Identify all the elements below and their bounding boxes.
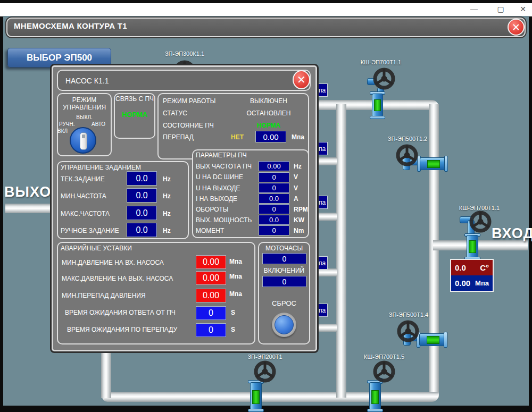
valve-ksh-ep700t11-inlet-handwheel-icon[interactable] (469, 210, 492, 236)
maximize-icon[interactable]: ▢ (495, 4, 506, 14)
inlet-pressure-value: 0.00 (455, 279, 470, 288)
valve-flange (444, 332, 447, 348)
setpoint-row-unit: Hz (163, 210, 171, 217)
vfd-row-unit: RPM (294, 206, 308, 213)
close-icon[interactable]: ✕ (517, 4, 529, 14)
setpoint-row-unit: Hz (163, 175, 171, 183)
vfd-row-unit: Nm (294, 227, 304, 234)
valve-open-indicator (427, 336, 439, 344)
setpoint-row-label: МАКС.ЧАСТОТА (61, 210, 110, 217)
valve-open-indicator (371, 390, 379, 404)
vfd-row-unit: A (294, 195, 298, 203)
alarm-row-value[interactable]: 0 (196, 323, 226, 337)
valve-ksh-ep700t15-label: КШ-ЭП700Т1.5 (356, 354, 412, 360)
setpoint-panel-title: УПРАВЛЕНИЕ ЗАДАНИЕМ (61, 164, 141, 171)
valve-zp-ep200t1-label: ЗП-ЭП200Т1 (237, 354, 293, 360)
starts-value: 0 (262, 276, 306, 287)
setpoint-row-unit: Hz (163, 227, 171, 234)
mode-off-label: ВЫКЛ. (57, 114, 112, 120)
alarm-row-value[interactable]: 0.00 (196, 271, 226, 285)
valve-ksh-ep700t11-top-label: КШ-ЭП700Т1.1 (355, 59, 406, 65)
hours-label: МОТОЧАСЫ (258, 245, 310, 252)
vfd-row-label: U НА ВЫХОДЕ (196, 184, 240, 192)
vfd-row-label: ВЫХ ЧАСТОТА ПЧ (196, 163, 252, 170)
pipe-outlet (5, 204, 56, 213)
reset-label: СБРОС (258, 299, 310, 307)
vfd-row-value: 0.0 (259, 194, 289, 204)
status-value: ОСТАНОВЛЕН (234, 110, 303, 117)
vfd-row-label: МОМЕНТ (196, 227, 224, 234)
vfd-state-value: НОРМА (234, 122, 303, 129)
valve-zp-ep500t12-handwheel-icon[interactable] (395, 144, 419, 169)
setpoint-row-unit: Hz (163, 192, 171, 200)
alarm-row-value[interactable]: 0.00 (196, 255, 226, 269)
valve-zp-ep500t14-handwheel-icon[interactable] (396, 319, 420, 345)
setpoint-row-value[interactable]: 0.0 (127, 206, 157, 220)
valve-open-indicator (374, 99, 381, 111)
status-label: СТАТУС (163, 110, 187, 117)
inlet-temperature-row: 0.0 C° (451, 260, 493, 275)
alarm-row-label: МИН.ДАВЛЕНИЕ НА ВХ. НАСОСА (62, 259, 164, 266)
valve-flange (367, 409, 383, 412)
pipe-mid-vertical (336, 104, 346, 398)
inlet-temperature-value: 0.0 (455, 263, 466, 272)
pipe-right-vertical (429, 104, 439, 398)
valve-open-indicator (427, 160, 440, 168)
differential-flag: НЕТ (231, 133, 244, 141)
vfd-row-label: I НА ВЫХОДЕ (196, 195, 237, 203)
minimize-icon[interactable]: — (468, 4, 480, 14)
vfd-row-unit: KW (294, 216, 304, 224)
valve-flange (370, 116, 385, 119)
alarm-row-value[interactable]: 0.00 (196, 289, 226, 302)
alarm-row-value[interactable]: 0 (196, 306, 226, 320)
inlet-readout: 0.0 C° 0.00 Мпа (450, 259, 494, 292)
knob-notch (82, 134, 85, 138)
dialog-title: НАСОС К1.1 (65, 77, 109, 85)
mode-selector-knob[interactable] (70, 127, 96, 154)
valve-ksh-ep700t15-handwheel-icon[interactable] (372, 360, 396, 385)
mode-auto-label: АВТО (92, 121, 105, 127)
alarm-row-unit: Мпа (229, 290, 242, 298)
valve-open-indicator (469, 240, 476, 253)
setpoint-row-value[interactable]: 0.0 (127, 223, 157, 237)
alarm-row-unit: Мпа (229, 258, 242, 265)
differential-label: ПЕРЕПАД (163, 133, 194, 141)
reset-button[interactable] (272, 313, 296, 337)
vfd-row-value: 0 (259, 172, 289, 182)
valve-flange (444, 156, 448, 172)
screen-close-button[interactable]: ✕ (508, 19, 525, 36)
inlet-label: ВХОД (492, 225, 532, 242)
vfd-row-unit: V (294, 173, 298, 181)
valve-ksh-ep700t11-top-handwheel-icon[interactable] (372, 67, 396, 93)
vfd-params-title: ПАРАМЕТРЫ ПЧ (196, 152, 247, 159)
vfd-row-value: 0 (259, 225, 289, 236)
setpoint-row-label: ТЕК.ЗАДАНИЕ (61, 175, 105, 183)
valve-zp-ep300k11-label: ЗП-ЭП300К1.1 (157, 51, 212, 57)
knob-handle (80, 132, 87, 150)
work-mode-label: РЕЖИМ РАБОТЫ (163, 97, 215, 105)
vfd-row-unit: V (294, 184, 298, 192)
alarm-row-unit: S (231, 309, 235, 316)
mode-manual-label: РУЧН. (59, 121, 74, 127)
setpoint-row-value[interactable]: 0.0 (127, 188, 157, 203)
dialog-close-button[interactable]: ✕ (293, 70, 310, 89)
vfd-row-value: 0 (259, 183, 289, 193)
pump-dialog: НАСОС К1.1 ✕ РЕЖИМ УПРАВЛЕНИЯ ВЫКЛ. РУЧН… (52, 65, 317, 351)
alarm-row-unit: Мпа (229, 273, 242, 280)
alarm-row-unit: S (231, 326, 235, 333)
vfd-state-label: СОСТОЯНИЕ ПЧ (163, 122, 214, 129)
vfd-row-label: ОБОРОТЫ (196, 206, 228, 213)
dialog-titlebar[interactable]: НАСОС К1.1 (57, 70, 311, 91)
screen-title: МНЕМОСХЕМА КОНТУРА Т1 (14, 21, 127, 30)
vfd-link-status: НОРМА (114, 111, 155, 119)
vfd-row-label: ВЫХ. МОЩНОСТЬ (196, 216, 252, 224)
control-mode-title-2: УПРАВЛЕНИЯ (57, 104, 112, 111)
setpoint-row-value[interactable]: 0.0 (127, 171, 157, 186)
reset-button-face (275, 315, 294, 334)
differential-unit: Мпа (292, 133, 304, 141)
work-mode-value: ВЫКЛЮЧЕН (234, 97, 303, 105)
vfd-row-label: U НА DC ШИНЕ (196, 173, 243, 181)
valve-zp-ep200t1-handwheel-icon[interactable] (253, 360, 277, 385)
starts-label: ВКЛЮЧЕНИЙ (258, 267, 310, 274)
select-ep500-button[interactable]: ВЫБОР ЭП500 (7, 48, 111, 68)
